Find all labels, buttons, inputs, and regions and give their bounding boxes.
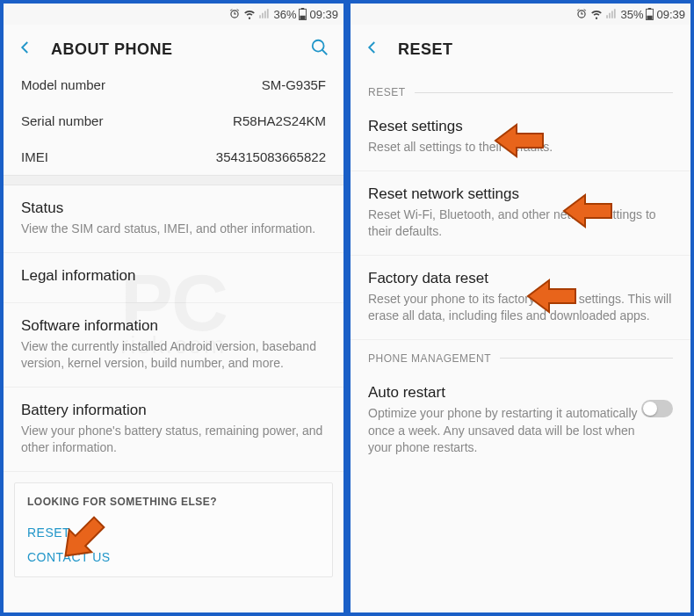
app-header: ABOUT PHONE: [4, 25, 343, 74]
app-header: RESET: [351, 25, 690, 74]
section-reset: RESET: [351, 74, 690, 104]
factory-reset-item[interactable]: Factory data reset Reset your phone to i…: [351, 256, 690, 340]
battery-percent: 35%: [620, 8, 643, 21]
battery-percent: 36%: [273, 8, 296, 21]
battery-title: Battery information: [21, 402, 326, 419]
phone-right: 35% 09:39 RESET RESET Reset settings Res…: [349, 2, 692, 614]
battery-desc: View your phone's battery status, remain…: [21, 423, 326, 457]
page-title: ABOUT PHONE: [51, 40, 293, 59]
software-desc: View the currently installed Android ver…: [21, 338, 326, 373]
imei-value: 354315083665822: [216, 149, 326, 164]
status-desc: View the SIM card status, IMEI, and othe…: [21, 221, 326, 238]
wifi-icon: [590, 8, 603, 20]
reset-network-title: Reset network settings: [368, 185, 673, 203]
alarm-icon: [228, 8, 241, 20]
back-button[interactable]: [365, 40, 380, 59]
phone-left: PC risk.com 36% 09:39 ABOUT PHONE Model …: [2, 2, 345, 614]
battery-icon: [646, 8, 654, 20]
signal-icon: [605, 8, 618, 20]
serial-value: R58HA2S24KM: [233, 113, 326, 128]
auto-restart-title: Auto restart: [368, 384, 641, 402]
factory-reset-title: Factory data reset: [368, 270, 673, 287]
legal-title: Legal information: [21, 267, 326, 285]
reset-link[interactable]: RESET: [27, 520, 320, 545]
svg-point-3: [313, 40, 324, 52]
content-area: Model number SM-G935F Serial number R58H…: [4, 74, 343, 612]
divider: [4, 175, 343, 185]
page-title: RESET: [398, 40, 676, 59]
auto-restart-item[interactable]: Auto restart Optimize your phone by rest…: [351, 370, 690, 471]
content-area: RESET Reset settings Reset all settings …: [351, 74, 690, 612]
clock: 09:39: [309, 8, 338, 21]
status-bar: 35% 09:39: [351, 4, 690, 25]
imei-row[interactable]: IMEI 354315083665822: [4, 139, 343, 175]
alarm-icon: [575, 8, 588, 20]
battery-icon: [299, 8, 307, 20]
search-button[interactable]: [310, 38, 329, 61]
reset-network-item[interactable]: Reset network settings Reset Wi-Fi, Blue…: [351, 171, 690, 256]
battery-item[interactable]: Battery information View your phone's ba…: [4, 388, 343, 472]
svg-rect-1: [301, 8, 305, 10]
software-title: Software information: [21, 317, 326, 335]
legal-item[interactable]: Legal information: [4, 253, 343, 303]
model-value: SM-G935F: [262, 77, 326, 92]
footer-box: LOOKING FOR SOMETHING ELSE? RESET CONTAC…: [14, 482, 333, 577]
serial-label: Serial number: [21, 113, 103, 128]
section-phone-mgmt: PHONE MANAGEMENT: [351, 340, 690, 370]
reset-settings-item[interactable]: Reset settings Reset all settings to the…: [351, 104, 690, 171]
svg-rect-6: [648, 8, 652, 10]
wifi-icon: [243, 8, 256, 20]
software-item[interactable]: Software information View the currently …: [4, 303, 343, 388]
auto-restart-desc: Optimize your phone by restarting it aut…: [368, 405, 641, 457]
svg-line-4: [322, 50, 328, 55]
reset-settings-desc: Reset all settings to their defaults.: [368, 139, 673, 156]
contact-link[interactable]: CONTACT US: [27, 545, 320, 569]
svg-rect-2: [300, 16, 306, 19]
svg-rect-7: [647, 16, 653, 19]
imei-label: IMEI: [21, 149, 48, 164]
clock: 09:39: [656, 8, 685, 21]
auto-restart-toggle[interactable]: [641, 400, 673, 417]
signal-icon: [258, 8, 271, 20]
reset-network-desc: Reset Wi-Fi, Bluetooth, and other networ…: [368, 207, 673, 241]
status-title: Status: [21, 199, 326, 217]
status-bar: 36% 09:39: [4, 4, 343, 25]
footer-heading: LOOKING FOR SOMETHING ELSE?: [27, 496, 320, 508]
reset-settings-title: Reset settings: [368, 118, 673, 135]
model-row[interactable]: Model number SM-G935F: [4, 74, 343, 103]
serial-row[interactable]: Serial number R58HA2S24KM: [4, 103, 343, 139]
factory-reset-desc: Reset your phone to its factory default …: [368, 291, 673, 325]
status-item[interactable]: Status View the SIM card status, IMEI, a…: [4, 185, 343, 253]
model-label: Model number: [21, 77, 105, 92]
back-button[interactable]: [18, 40, 33, 59]
